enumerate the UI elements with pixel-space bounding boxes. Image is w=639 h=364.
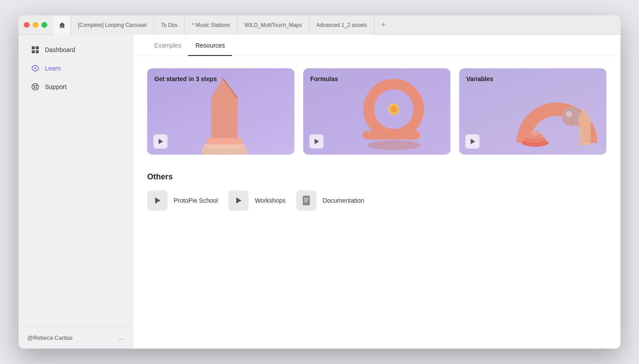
svg-rect-2	[32, 50, 35, 53]
app-window: [Complete] Looping Carousel To Dos * Mus…	[19, 15, 620, 349]
sidebar-item-support[interactable]: Support	[22, 78, 129, 96]
card2-play-button[interactable]	[309, 134, 323, 149]
window-controls	[24, 22, 47, 28]
svg-line-8	[37, 85, 37, 85]
others-grid: ProtoPie School Workshops	[147, 190, 606, 211]
svg-point-28	[531, 131, 540, 136]
minimize-button[interactable]	[33, 22, 38, 28]
svg-point-19	[390, 106, 397, 112]
svg-point-21	[367, 141, 420, 150]
tabs-bar: [Complete] Looping Carousel To Dos * Mus…	[71, 15, 615, 34]
tab-complete-looping[interactable]: [Complete] Looping Carousel	[71, 15, 154, 35]
svg-line-11	[33, 85, 34, 85]
content-area: Examples Resources	[133, 35, 620, 349]
svg-point-22	[561, 107, 581, 126]
sidebar: Dashboard Learn	[19, 35, 133, 349]
support-icon	[31, 82, 40, 91]
sidebar-footer: @Rebeca Caritas ...	[19, 326, 133, 349]
documentation-label: Documentation	[323, 197, 364, 204]
play-triangle-icon-3	[471, 139, 475, 144]
learn-icon	[31, 64, 40, 73]
content-tabs: Examples Resources	[133, 35, 620, 56]
svg-rect-32	[304, 201, 307, 202]
card3-label: Variables	[466, 75, 494, 82]
user-name: @Rebeca Caritas	[27, 334, 73, 341]
play-icon-2	[236, 197, 241, 204]
svg-point-5	[34, 67, 36, 69]
add-tab-button[interactable]: +	[376, 15, 390, 35]
card1-play-button[interactable]	[153, 134, 167, 149]
workshops-label: Workshops	[255, 197, 286, 204]
sidebar-item-learn[interactable]: Learn	[22, 59, 129, 77]
other-item-documentation[interactable]: Documentation	[296, 190, 364, 211]
cards-grid: Get started in 3 steps	[133, 68, 620, 155]
card-variables[interactable]: Variables	[459, 68, 606, 155]
doc-icon	[302, 196, 311, 205]
others-section: Others ProtoPie School Worksho	[133, 172, 620, 211]
card1-label: Get started in 3 steps	[154, 75, 217, 82]
svg-rect-0	[32, 46, 35, 49]
workshops-icon	[228, 190, 249, 211]
protopie-school-icon	[147, 190, 167, 211]
maximize-button[interactable]	[41, 22, 47, 28]
tab-to-dos[interactable]: To Dos	[154, 15, 185, 35]
sidebar-item-dashboard[interactable]: Dashboard	[22, 41, 129, 59]
tab-resources[interactable]: Resources	[188, 35, 232, 56]
play-icon	[155, 197, 160, 204]
svg-rect-31	[304, 200, 308, 201]
tab-wild-multitouch[interactable]: WILD_MultiTouch_Maps	[238, 15, 309, 35]
sidebar-nav: Dashboard Learn	[19, 35, 133, 326]
svg-rect-30	[304, 198, 308, 199]
titlebar: [Complete] Looping Carousel To Dos * Mus…	[19, 15, 620, 35]
card-formulas[interactable]: Formulas	[303, 68, 450, 155]
svg-point-7	[34, 85, 37, 88]
others-title: Others	[147, 172, 606, 182]
more-button[interactable]: ...	[118, 334, 124, 342]
svg-line-9	[33, 88, 34, 89]
main-layout: Dashboard Learn	[19, 35, 620, 349]
tab-music-stations[interactable]: * Music Stations	[185, 15, 238, 35]
tab-examples[interactable]: Examples	[147, 35, 188, 56]
card-get-started[interactable]: Get started in 3 steps	[147, 68, 294, 155]
other-item-workshops[interactable]: Workshops	[228, 190, 286, 211]
protopie-school-label: ProtoPie School	[174, 197, 218, 204]
svg-rect-16	[201, 149, 247, 154]
play-triangle-icon-2	[315, 139, 319, 144]
close-button[interactable]	[24, 22, 30, 28]
play-triangle-icon	[159, 139, 163, 144]
home-icon	[59, 22, 66, 29]
svg-rect-1	[36, 46, 39, 49]
grid-icon	[31, 45, 40, 54]
tab-advanced-assets[interactable]: Advanced 1_2 assets	[309, 15, 375, 35]
svg-marker-12	[211, 78, 238, 143]
svg-point-23	[566, 111, 572, 117]
svg-line-10	[37, 88, 37, 89]
svg-rect-20	[362, 131, 420, 140]
documentation-icon	[296, 190, 316, 211]
card3-play-button[interactable]	[465, 134, 479, 149]
home-tab[interactable]	[53, 15, 71, 35]
other-item-protopie-school[interactable]: ProtoPie School	[147, 190, 218, 211]
svg-rect-3	[36, 50, 39, 53]
card2-label: Formulas	[310, 75, 338, 82]
